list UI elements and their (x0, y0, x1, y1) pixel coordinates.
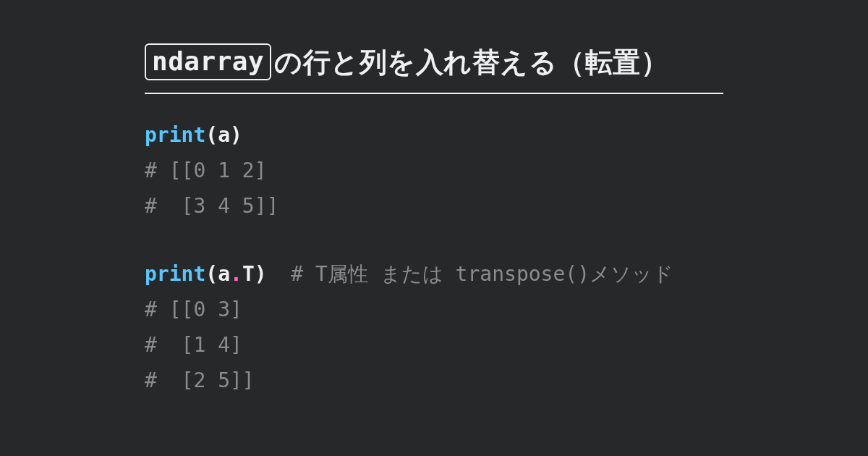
blank-line (145, 224, 723, 256)
output-1-line-1: # [[0 1 2] (145, 159, 267, 182)
tok-print-1: print (145, 123, 205, 147)
tok-space (267, 262, 292, 286)
tok-lparen-2: ( (205, 262, 218, 286)
title-rest: の行と列を入れ替える（転置） (274, 47, 668, 77)
title-keyword-box: ndarray (145, 43, 271, 80)
tok-dot: . (230, 262, 242, 286)
code-line-1: print(a) (145, 123, 242, 147)
tok-print-2: print (145, 262, 205, 286)
slide-title: ndarrayの行と列を入れ替える（転置） (145, 43, 723, 94)
output-1-line-2: # [3 4 5]] (145, 194, 278, 218)
code-block: print(a) # [[0 1 2] # [3 4 5]] print(a.T… (145, 117, 723, 398)
tok-attr-T: T (242, 262, 255, 286)
tok-rparen-2: ) (255, 262, 267, 286)
tok-lparen-1: ( (205, 123, 218, 147)
output-2-line-2: # [1 4] (145, 333, 242, 357)
code-line-2: print(a.T) # T属性 または transpose()メソッド (145, 262, 673, 286)
output-2-line-3: # [2 5]] (145, 368, 255, 392)
tok-var-a-1: a (218, 123, 230, 147)
inline-comment: # T属性 または transpose()メソッド (291, 262, 673, 286)
output-2-line-1: # [[0 3] (145, 297, 242, 321)
slide-container: ndarrayの行と列を入れ替える（転置） print(a) # [[0 1 2… (0, 0, 868, 398)
tok-var-a-2: a (218, 262, 230, 286)
tok-rparen-1: ) (230, 123, 242, 147)
